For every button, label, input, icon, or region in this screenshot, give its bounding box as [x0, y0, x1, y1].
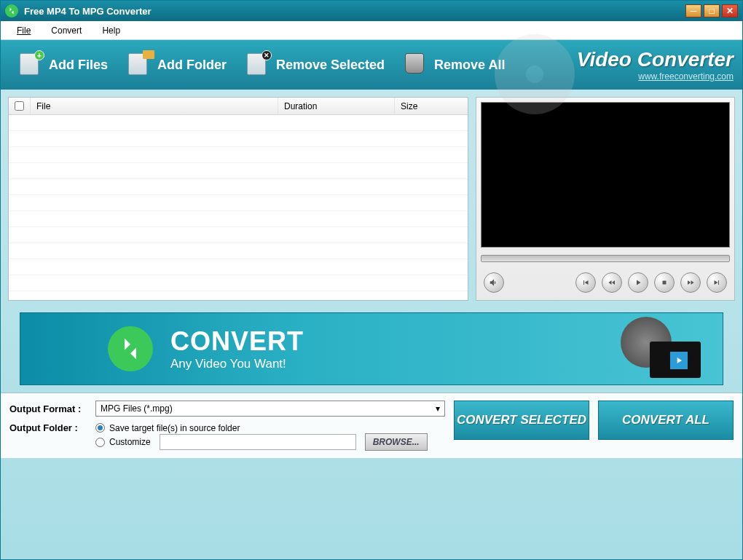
- app-window: Free MP4 To MPG Converter ─ □ ✕ File Con…: [0, 0, 743, 560]
- content-row: File Duration Size: [1, 90, 742, 308]
- stop-button[interactable]: [654, 272, 675, 293]
- table-row[interactable]: [9, 211, 468, 227]
- convert-selected-button[interactable]: CONVERT SELECTED: [454, 401, 589, 440]
- file-table: File Duration Size: [8, 97, 468, 301]
- video-preview: [481, 102, 730, 248]
- chevron-down-icon: ▾: [436, 403, 440, 414]
- add-files-label: Add Files: [49, 58, 108, 73]
- seek-bar[interactable]: [481, 255, 730, 262]
- remove-selected-button[interactable]: ✕ Remove Selected: [237, 49, 395, 81]
- remove-all-label: Remove All: [434, 58, 505, 73]
- table-row[interactable]: [9, 195, 468, 211]
- menu-file[interactable]: File: [7, 23, 41, 39]
- seek-row: [481, 252, 730, 265]
- table-row[interactable]: [9, 179, 468, 195]
- minimize-button[interactable]: ─: [685, 4, 701, 17]
- output-settings: Output Format : MPG Files (*.mpg) ▾ Outp…: [9, 401, 454, 451]
- output-format-value: MPG Files (*.mpg): [101, 403, 173, 414]
- window-controls: ─ □ ✕: [685, 4, 738, 17]
- close-button[interactable]: ✕: [722, 4, 738, 17]
- col-file[interactable]: File: [31, 98, 278, 114]
- table-body: [9, 115, 468, 300]
- table-row[interactable]: [9, 131, 468, 147]
- output-panel: Output Format : MPG Files (*.mpg) ▾ Outp…: [1, 393, 742, 458]
- banner-text: CONVERT Any Video You Want!: [170, 326, 304, 371]
- add-folder-label: Add Folder: [157, 58, 227, 73]
- volume-button[interactable]: [484, 272, 504, 293]
- menu-convert[interactable]: Convert: [41, 23, 92, 39]
- col-duration[interactable]: Duration: [278, 98, 395, 114]
- toolbar: + Add Files Add Folder ✕ Remove Selected…: [1, 40, 742, 90]
- clapper-icon: [650, 342, 701, 378]
- table-row[interactable]: [9, 147, 468, 163]
- table-header: File Duration Size: [9, 98, 468, 115]
- skip-forward-button[interactable]: [707, 272, 727, 293]
- customize-label: Customize: [109, 437, 151, 447]
- select-all-cell: [9, 98, 31, 114]
- browse-button[interactable]: BROWSE...: [365, 433, 428, 451]
- skip-back-button[interactable]: [575, 272, 596, 293]
- add-folder-button[interactable]: Add Folder: [118, 49, 237, 81]
- convert-icon: [108, 326, 153, 371]
- brand-title: Video Converter: [577, 48, 734, 71]
- remove-selected-label: Remove Selected: [276, 58, 385, 73]
- play-icon: [670, 352, 688, 369]
- trash-icon: [405, 53, 428, 76]
- table-row[interactable]: [9, 227, 468, 243]
- output-format-label: Output Format :: [9, 403, 95, 414]
- titlebar: Free MP4 To MPG Converter ─ □ ✕: [1, 1, 742, 21]
- brand-area: Video Converter www.freeconverting.com: [577, 48, 734, 82]
- add-folder-icon: [128, 53, 152, 76]
- action-buttons: CONVERT SELECTED CONVERT ALL: [454, 401, 734, 440]
- svg-rect-0: [663, 281, 667, 285]
- play-button[interactable]: [628, 272, 648, 293]
- brand-link[interactable]: www.freeconverting.com: [638, 71, 734, 82]
- banner-subtitle: Any Video You Want!: [170, 357, 304, 371]
- output-format-select[interactable]: MPG Files (*.mpg) ▾: [95, 401, 445, 417]
- menubar: File Convert Help: [1, 21, 742, 40]
- maximize-button[interactable]: □: [704, 4, 720, 17]
- convert-banner: CONVERT Any Video You Want!: [20, 312, 723, 385]
- save-source-label: Save target file(s) in source folder: [109, 423, 240, 433]
- table-row[interactable]: [9, 163, 468, 179]
- remove-selected-icon: ✕: [247, 53, 270, 76]
- preview-panel: [476, 97, 735, 301]
- custom-folder-input[interactable]: [160, 434, 356, 450]
- forward-button[interactable]: [680, 272, 701, 293]
- customize-radio[interactable]: [95, 438, 105, 447]
- save-source-radio[interactable]: [95, 423, 105, 433]
- window-title: Free MP4 To MPG Converter: [24, 6, 685, 17]
- table-row[interactable]: [9, 275, 468, 291]
- table-row[interactable]: [9, 115, 468, 131]
- player-controls: [481, 269, 730, 296]
- add-files-button[interactable]: + Add Files: [9, 49, 118, 81]
- output-folder-label: Output Folder :: [9, 422, 95, 433]
- add-file-icon: +: [20, 53, 43, 76]
- col-size[interactable]: Size: [395, 98, 468, 114]
- select-all-checkbox[interactable]: [15, 101, 24, 111]
- table-row[interactable]: [9, 259, 468, 275]
- table-row[interactable]: [9, 243, 468, 259]
- convert-all-button[interactable]: CONVERT ALL: [598, 401, 734, 440]
- banner-title: CONVERT: [170, 326, 304, 357]
- banner-graphic: [613, 320, 701, 378]
- rewind-button[interactable]: [602, 272, 622, 293]
- app-icon: [5, 4, 18, 17]
- remove-all-button[interactable]: Remove All: [395, 49, 515, 81]
- menu-help[interactable]: Help: [92, 23, 130, 39]
